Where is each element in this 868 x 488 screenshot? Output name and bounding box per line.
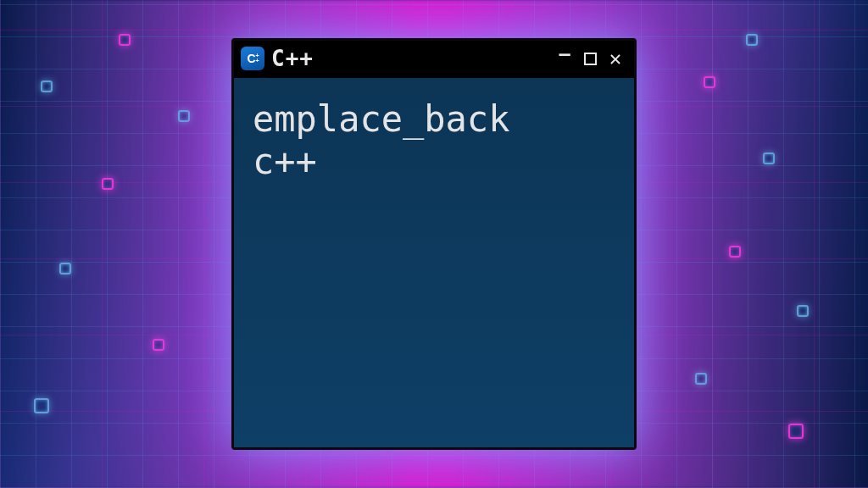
minimize-button[interactable]: – xyxy=(554,48,575,69)
window-controls: – ✕ xyxy=(554,48,626,69)
close-button[interactable]: ✕ xyxy=(605,48,626,69)
minimize-icon: – xyxy=(559,45,570,64)
close-icon: ✕ xyxy=(609,48,621,69)
window-title: C++ xyxy=(271,46,314,71)
cpp-app-icon: C++ xyxy=(241,47,264,70)
terminal-body[interactable]: emplace_back c++ xyxy=(234,78,634,447)
titlebar[interactable]: C++ C++ – ✕ xyxy=(234,41,634,78)
maximize-button[interactable] xyxy=(580,48,600,69)
maximize-icon xyxy=(584,53,597,65)
window-glow-wrapper: C++ C++ – ✕ emplace_back c++ xyxy=(231,38,637,450)
code-line-2: c++ xyxy=(253,141,615,183)
code-line-1: emplace_back xyxy=(253,98,615,141)
terminal-window: C++ C++ – ✕ emplace_back c++ xyxy=(231,38,637,450)
